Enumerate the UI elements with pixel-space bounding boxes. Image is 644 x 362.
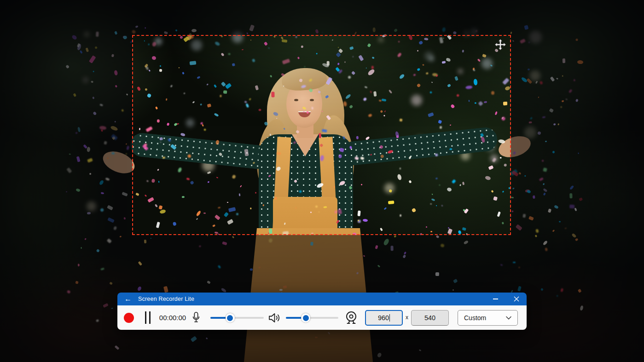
window-controls bbox=[485, 293, 527, 305]
text-caret bbox=[389, 314, 390, 322]
height-value: 540 bbox=[424, 314, 435, 322]
capture-region[interactable] bbox=[132, 35, 511, 235]
width-value: 960 bbox=[378, 314, 389, 322]
desktop: ← Screen Recorder Lite 00:00:00 bbox=[0, 0, 644, 362]
dimension-separator: x bbox=[404, 314, 410, 321]
recorder-controls: 00:00:00 bbox=[117, 305, 527, 330]
microphone-icon bbox=[191, 311, 201, 324]
webcam-icon bbox=[345, 311, 358, 325]
system-volume-thumb[interactable] bbox=[301, 313, 310, 322]
pause-icon bbox=[149, 311, 151, 324]
close-button[interactable] bbox=[506, 293, 527, 305]
microphone-toggle[interactable] bbox=[191, 311, 201, 325]
pause-icon bbox=[145, 311, 146, 324]
width-input[interactable]: 960 bbox=[365, 310, 403, 326]
minimize-button[interactable] bbox=[485, 293, 506, 305]
speaker-toggle[interactable] bbox=[268, 312, 282, 325]
move-icon[interactable] bbox=[494, 39, 506, 51]
preset-dropdown[interactable]: Custom bbox=[458, 310, 518, 326]
system-volume-slider[interactable] bbox=[286, 313, 338, 322]
speaker-icon bbox=[268, 312, 282, 323]
back-button[interactable]: ← bbox=[121, 293, 135, 305]
chevron-down-icon bbox=[506, 316, 511, 320]
window-title: Screen Recorder Lite bbox=[138, 296, 194, 302]
mic-volume-slider[interactable] bbox=[210, 313, 264, 322]
recorder-window: ← Screen Recorder Lite 00:00:00 bbox=[117, 293, 527, 330]
timer-display: 00:00:00 bbox=[158, 314, 187, 322]
mic-volume-thumb[interactable] bbox=[226, 313, 235, 322]
record-button[interactable] bbox=[124, 313, 134, 323]
pause-button[interactable] bbox=[143, 311, 153, 324]
titlebar[interactable]: ← Screen Recorder Lite bbox=[117, 293, 527, 305]
close-icon bbox=[514, 296, 519, 302]
height-input[interactable]: 540 bbox=[411, 310, 449, 326]
preset-selected-label: Custom bbox=[464, 314, 506, 322]
webcam-toggle[interactable] bbox=[345, 311, 358, 326]
minimize-icon bbox=[493, 299, 498, 299]
